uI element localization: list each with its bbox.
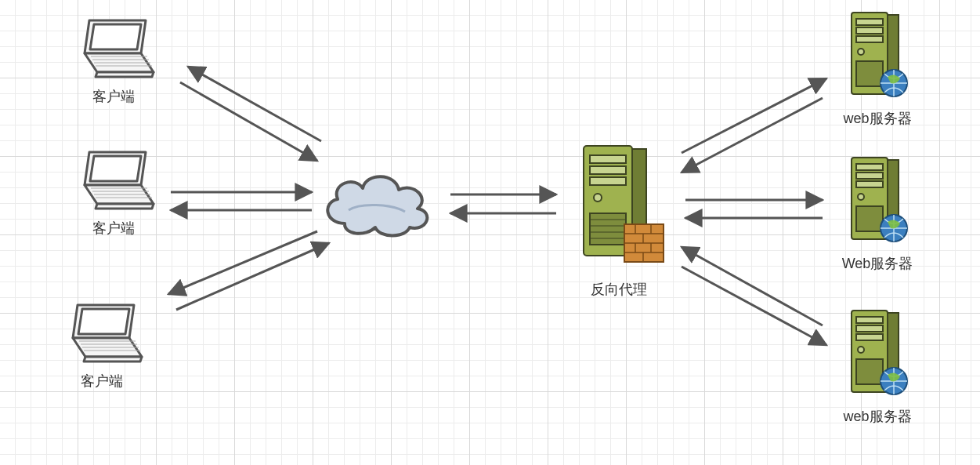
svg-rect-64 [856, 325, 883, 332]
svg-marker-17 [78, 309, 129, 334]
web-server-node-2: Web服务器 [830, 153, 924, 273]
svg-rect-65 [856, 334, 883, 340]
arrow-proxy-to-web3 [682, 267, 826, 345]
svg-rect-56 [856, 173, 883, 179]
arrow-client1-to-cloud [180, 82, 317, 161]
svg-rect-63 [856, 317, 883, 323]
svg-point-34 [594, 194, 602, 202]
arrow-cloud-to-client1 [188, 67, 321, 141]
arrow-cloud-to-client3 [168, 231, 317, 294]
cloud-icon [317, 227, 435, 242]
arrow-web3-to-proxy [682, 247, 823, 325]
laptop-icon [71, 67, 157, 83]
svg-rect-26 [590, 155, 626, 163]
arrow-client3-to-cloud [176, 243, 329, 310]
client-node-3: 客户端 [55, 302, 149, 391]
svg-point-59 [858, 194, 864, 200]
arrow-web1-to-proxy [682, 98, 823, 173]
web-server-icon [842, 387, 913, 403]
svg-marker-3 [96, 72, 154, 77]
svg-point-67 [858, 347, 864, 353]
client-label-2: 客户端 [67, 219, 161, 238]
svg-rect-57 [856, 181, 883, 187]
svg-rect-49 [856, 36, 883, 42]
svg-rect-55 [856, 164, 883, 170]
svg-rect-66 [856, 359, 883, 384]
laptop-icon [71, 199, 157, 215]
svg-marker-9 [90, 156, 141, 181]
svg-rect-27 [590, 166, 626, 174]
web-server-icon [842, 89, 913, 105]
svg-rect-48 [856, 27, 883, 34]
arrow-proxy-to-web1 [682, 78, 826, 153]
svg-rect-29 [590, 213, 626, 245]
client-label-1: 客户端 [67, 87, 161, 106]
svg-rect-58 [856, 206, 883, 231]
web-server-icon [842, 234, 913, 250]
svg-point-51 [858, 49, 864, 55]
client-node-1: 客户端 [67, 17, 161, 106]
server-firewall-icon [568, 260, 670, 276]
web-server-node-1: web服务器 [830, 8, 924, 128]
svg-rect-28 [590, 177, 626, 185]
svg-marker-19 [84, 357, 142, 361]
web-server-label-1: web服务器 [830, 109, 924, 128]
web-server-node-3: web服务器 [830, 306, 924, 426]
client-label-3: 客户端 [55, 372, 149, 391]
proxy-node: 反向代理 [564, 140, 674, 299]
web-server-label-3: web服务器 [830, 407, 924, 426]
web-server-label-2: Web服务器 [830, 254, 924, 273]
client-node-2: 客户端 [67, 149, 161, 238]
svg-marker-11 [96, 204, 154, 209]
laptop-icon [59, 352, 145, 368]
cloud-node [317, 165, 435, 243]
proxy-label: 反向代理 [564, 280, 674, 299]
svg-rect-50 [856, 61, 883, 86]
svg-marker-1 [90, 24, 141, 49]
svg-rect-47 [856, 19, 883, 25]
